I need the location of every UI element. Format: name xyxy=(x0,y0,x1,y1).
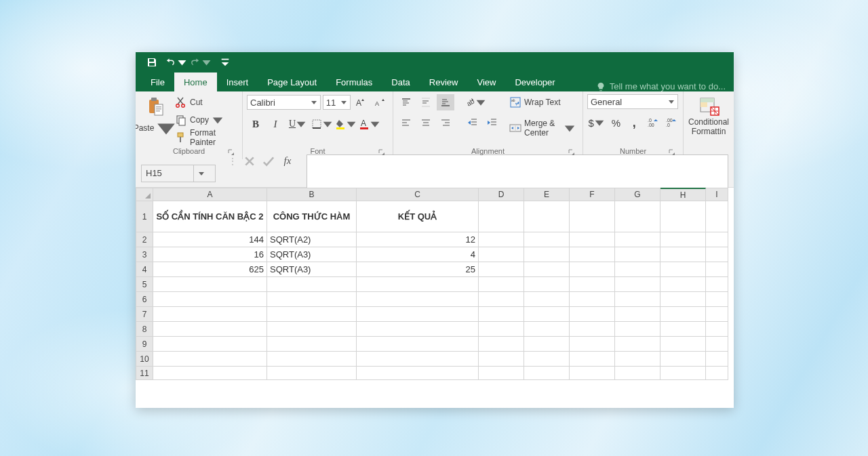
cell-B11[interactable] xyxy=(267,367,357,380)
tab-developer[interactable]: Developer xyxy=(505,72,564,91)
font-size-combo[interactable]: 11 xyxy=(323,95,351,110)
cell-H11[interactable] xyxy=(660,367,706,380)
cell-G10[interactable] xyxy=(615,352,660,367)
cell-B10[interactable] xyxy=(267,352,357,367)
name-box[interactable] xyxy=(141,165,216,182)
dialog-launcher-icon[interactable] xyxy=(227,148,235,157)
dialog-launcher-icon[interactable] xyxy=(668,148,676,157)
cell-H10[interactable] xyxy=(660,352,706,367)
cell-H8[interactable] xyxy=(660,322,706,337)
cell-G6[interactable] xyxy=(615,292,660,307)
align-center-button[interactable] xyxy=(417,115,435,131)
cell-A2[interactable]: 144 xyxy=(153,232,267,247)
cell-I5[interactable] xyxy=(706,277,728,292)
align-top-button[interactable] xyxy=(397,94,415,110)
cell-B8[interactable] xyxy=(267,322,357,337)
cell-A7[interactable] xyxy=(153,307,267,322)
underline-button[interactable]: U xyxy=(286,116,309,132)
row-header-6[interactable]: 6 xyxy=(136,292,153,307)
font-name-combo[interactable]: Calibri xyxy=(247,95,321,110)
cell-F9[interactable] xyxy=(570,337,615,352)
cell-H5[interactable] xyxy=(660,277,706,292)
col-header-C[interactable]: C xyxy=(357,188,479,201)
cell-D3[interactable] xyxy=(479,247,524,262)
tab-file[interactable]: File xyxy=(141,72,174,91)
cell-D11[interactable] xyxy=(479,367,524,380)
cell-F1[interactable] xyxy=(570,201,615,232)
cell-E9[interactable] xyxy=(524,337,570,352)
redo-button[interactable] xyxy=(190,54,212,70)
undo-button[interactable] xyxy=(165,54,187,70)
align-bottom-button[interactable] xyxy=(437,94,454,110)
currency-button[interactable]: $ xyxy=(587,115,606,131)
font-color-button[interactable]: A xyxy=(359,116,380,132)
cell-C4[interactable]: 25 xyxy=(357,262,479,277)
increase-decimal-button[interactable]: .0.00 xyxy=(644,115,660,131)
merge-center-button[interactable]: Merge & Center xyxy=(507,120,578,136)
cell-H4[interactable] xyxy=(660,262,706,277)
col-header-B[interactable]: B xyxy=(267,188,357,201)
tab-review[interactable]: Review xyxy=(420,72,468,91)
cell-E2[interactable] xyxy=(524,232,570,247)
cell-C5[interactable] xyxy=(357,277,479,292)
italic-button[interactable]: I xyxy=(267,116,284,132)
cell-C3[interactable]: 4 xyxy=(357,247,479,262)
cell-H9[interactable] xyxy=(660,337,706,352)
cell-C11[interactable] xyxy=(357,367,479,380)
cell-B2[interactable]: SQRT(A2) xyxy=(267,232,357,247)
col-header-F[interactable]: F xyxy=(570,188,615,201)
paste-button[interactable]: Paste xyxy=(140,94,171,147)
cell-B5[interactable] xyxy=(267,277,357,292)
cell-H2[interactable] xyxy=(660,232,706,247)
cell-G1[interactable] xyxy=(615,201,660,232)
increase-indent-button[interactable] xyxy=(484,115,501,131)
align-left-button[interactable] xyxy=(397,115,415,131)
cell-C10[interactable] xyxy=(357,352,479,367)
cell-F4[interactable] xyxy=(570,262,615,277)
cell-D4[interactable] xyxy=(479,262,524,277)
decrease-indent-button[interactable] xyxy=(464,115,481,131)
tab-insert[interactable]: Insert xyxy=(217,72,258,91)
cell-B3[interactable]: SQRT(A3) xyxy=(267,247,357,262)
row-header-5[interactable]: 5 xyxy=(136,277,153,292)
cell-F8[interactable] xyxy=(570,322,615,337)
cell-E4[interactable] xyxy=(524,262,570,277)
cell-B4[interactable]: SQRT(A3) xyxy=(267,262,357,277)
dialog-launcher-icon[interactable] xyxy=(568,148,576,157)
cell-G3[interactable] xyxy=(615,247,660,262)
save-button[interactable] xyxy=(141,54,163,70)
copy-button[interactable]: Copy xyxy=(172,112,238,128)
cell-C1[interactable]: KẾT QUẢ xyxy=(357,201,479,232)
row-header-4[interactable]: 4 xyxy=(136,262,153,277)
row-header-2[interactable]: 2 xyxy=(136,232,153,247)
cell-E11[interactable] xyxy=(524,367,570,380)
cell-E7[interactable] xyxy=(524,307,570,322)
row-header-9[interactable]: 9 xyxy=(136,337,153,352)
row-header-8[interactable]: 8 xyxy=(136,322,153,337)
row-header-10[interactable]: 10 xyxy=(136,352,153,367)
cell-C6[interactable] xyxy=(357,292,479,307)
cell-E3[interactable] xyxy=(524,247,570,262)
formula-bar-input[interactable] xyxy=(307,154,728,192)
tab-data[interactable]: Data xyxy=(382,72,419,91)
col-header-I[interactable]: I xyxy=(706,188,728,201)
tab-view[interactable]: View xyxy=(467,72,505,91)
row-header-1[interactable]: 1 xyxy=(136,201,153,232)
qat-customize-button[interactable] xyxy=(214,54,236,70)
cell-G4[interactable] xyxy=(615,262,660,277)
cell-A10[interactable] xyxy=(153,352,267,367)
row-header-11[interactable]: 11 xyxy=(136,367,153,380)
decrease-decimal-button[interactable]: .00.0 xyxy=(663,115,679,131)
row-header-7[interactable]: 7 xyxy=(136,307,153,322)
cell-A1[interactable]: SỐ CẦN TÍNH CĂN BẬC 2 xyxy=(153,201,267,232)
orientation-button[interactable]: ab xyxy=(464,94,487,110)
cell-I1[interactable] xyxy=(706,201,728,232)
number-format-combo[interactable]: General xyxy=(587,94,678,109)
cell-D8[interactable] xyxy=(479,322,524,337)
col-header-A[interactable]: A xyxy=(153,188,267,201)
cell-I9[interactable] xyxy=(706,337,728,352)
col-header-D[interactable]: D xyxy=(479,188,524,201)
cell-F10[interactable] xyxy=(570,352,615,367)
cell-I2[interactable] xyxy=(706,232,728,247)
cell-H1[interactable] xyxy=(660,201,706,232)
